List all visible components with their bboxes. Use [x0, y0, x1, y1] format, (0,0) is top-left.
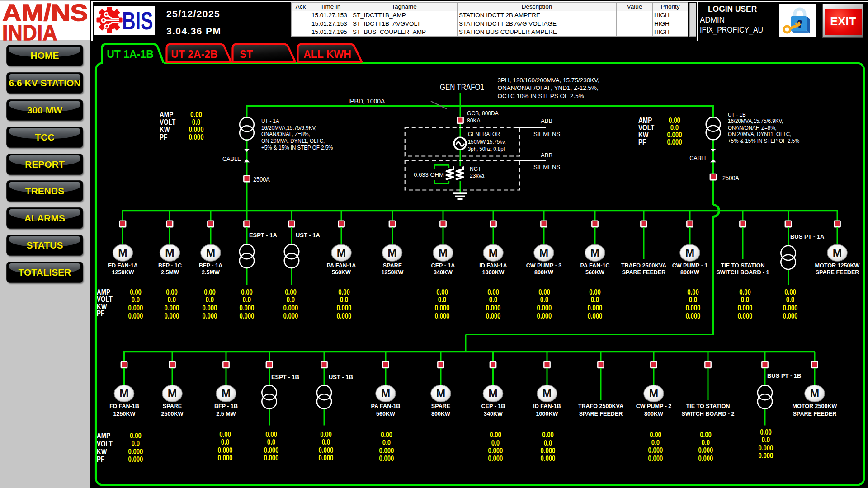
svg-text:M: M	[649, 387, 658, 399]
svg-text:M: M	[118, 247, 127, 259]
svg-text:M: M	[542, 387, 552, 399]
svg-text:M: M	[119, 387, 128, 399]
svg-text:M: M	[810, 387, 819, 399]
svg-text:M: M	[439, 247, 448, 259]
svg-text:M: M	[381, 387, 390, 399]
svg-text:M: M	[222, 387, 231, 399]
svg-text:M: M	[489, 247, 498, 259]
svg-text:M: M	[488, 387, 497, 399]
svg-text:M: M	[833, 247, 842, 259]
svg-text:M: M	[206, 247, 215, 259]
svg-text:M: M	[168, 387, 177, 399]
svg-text:M: M	[337, 247, 346, 259]
svg-text:M: M	[436, 387, 445, 399]
svg-text:M: M	[165, 247, 174, 259]
svg-text:M: M	[387, 247, 396, 259]
svg-text:M: M	[539, 247, 548, 259]
svg-text:M: M	[590, 247, 599, 259]
svg-text:M: M	[685, 247, 694, 259]
